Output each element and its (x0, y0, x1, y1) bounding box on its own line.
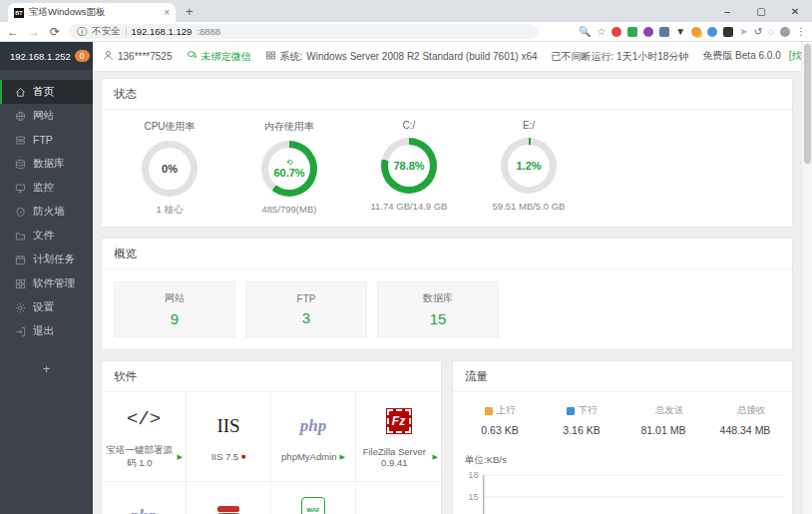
stat-websites[interactable]: 网站 9 (114, 281, 235, 337)
url-host: 192.168.1.129 (132, 26, 193, 37)
bookmark-star-icon[interactable]: ☆ (597, 27, 606, 37)
software-item[interactable]: Fz FileZilla Server 0.9.41▶ (356, 392, 441, 482)
windows-icon (265, 50, 276, 63)
message-count-badge[interactable]: 0 (75, 50, 90, 62)
extension-icon[interactable] (611, 27, 621, 37)
database-icon (15, 159, 26, 170)
window-close-button[interactable]: ✕ (778, 0, 812, 22)
chart-unit-label: 单位:KB/s (465, 454, 792, 467)
php-icon: php (131, 501, 157, 514)
disk-e-gauge: E:/ 1.2% 59.51 MB/5.0 GB (469, 120, 589, 217)
download-swatch (567, 407, 575, 415)
wechat-bind-link[interactable]: 未绑定微信 (187, 50, 251, 64)
extension-icon[interactable] (643, 27, 653, 37)
extension-icon[interactable] (707, 27, 717, 37)
share-icon[interactable]: ➤ (739, 27, 747, 37)
system-info: 系统: Windows Server 2008 R2 Standard (bui… (265, 50, 538, 64)
svg-text:15: 15 (468, 492, 478, 502)
sidebar: 192.168.1.252 0 首页 网站 FTP 数据库 监控 (0, 42, 93, 514)
overview-card: 概览 网站 9 FTP 3 数据库 15 (101, 238, 793, 350)
disk-e-gauge-ring: 1.2% (501, 138, 557, 194)
sidebar-item-monitor[interactable]: 监控 (0, 176, 93, 200)
uptime: 已不间断运行: 1天1小时18分钟 (552, 50, 689, 64)
extension-icon[interactable] (691, 27, 701, 37)
server-ip: 192.168.1.252 (10, 51, 71, 62)
php-icon: php (300, 411, 326, 441)
scrollbar-thumb[interactable] (804, 44, 811, 164)
favicon: BT (14, 8, 24, 18)
version-label: 免费版 Beta 6.0.0 (702, 49, 780, 63)
traffic-title: 流量 (453, 361, 792, 392)
extension-icon[interactable] (723, 27, 733, 37)
status-badge: ▶ (433, 453, 438, 461)
browser-tab[interactable]: BT 宝塔Windows面板 × (8, 3, 176, 22)
legend-download: 下行 3.16 KB (541, 404, 622, 436)
software-card: 软件 </> 宝塔一键部署源码 1.0▶ IIS IIS 7.5■ php ph (101, 360, 442, 514)
window-minimize-button[interactable]: – (710, 0, 744, 22)
home-icon (15, 87, 26, 98)
back-icon[interactable]: ← (6, 25, 20, 39)
profile-avatar[interactable] (780, 27, 790, 37)
logout-icon (15, 326, 26, 337)
software-title: 软件 (102, 361, 441, 392)
new-tab-button[interactable]: + (186, 4, 194, 22)
page-scrollbar[interactable] (801, 42, 812, 514)
software-item[interactable]: php phpMyAdmin▶ (271, 392, 356, 482)
tab-title: 宝塔Windows面板 (29, 6, 159, 19)
sidebar-item-logout[interactable]: 退出 (0, 319, 93, 343)
sidebar-item-ftp[interactable]: FTP (0, 128, 93, 152)
filter-extension-icon[interactable]: ▼ (675, 27, 685, 37)
release-memory-icon[interactable]: ⟲ (286, 159, 293, 167)
traffic-chart: 181512963 (453, 467, 792, 514)
sidebar-item-website[interactable]: 网站 (0, 104, 93, 128)
software-item[interactable]: IIS IIS 7.5■ (187, 392, 271, 482)
forward-icon[interactable]: → (27, 25, 41, 39)
sidebar-item-firewall[interactable]: 防火墙 (0, 200, 93, 224)
shield-icon (15, 207, 26, 218)
stat-databases[interactable]: 数据库 15 (377, 281, 499, 337)
sidebar-item-home[interactable]: 首页 (0, 80, 93, 104)
zoom-icon[interactable]: 🔍 (579, 27, 591, 37)
sidebar-item-cron[interactable]: 计划任务 (0, 248, 93, 271)
sidebar-item-software[interactable]: 软件管理 (0, 271, 93, 295)
stat-ftp[interactable]: FTP 3 (245, 281, 367, 337)
sidebar-item-database[interactable]: 数据库 (0, 152, 93, 176)
svg-text:18: 18 (468, 470, 478, 480)
browser-toolbar: ← → ⟳ ⓘ 不安全 192.168.1.129 :8888 🔍 ☆ ▼ ➤ … (0, 22, 812, 42)
server-icon (15, 135, 26, 146)
redis-icon (217, 501, 239, 514)
upload-swatch (485, 407, 493, 415)
url-bar[interactable]: ⓘ 不安全 192.168.1.129 :8888 (69, 24, 538, 39)
software-item[interactable]: redis 1.0▶ (187, 482, 271, 514)
extension-icon[interactable]: ◌ (768, 27, 774, 37)
memory-gauge-ring: ⟲ 60.7% (261, 141, 317, 197)
monitor-icon (15, 183, 26, 194)
server-selector[interactable]: 192.168.1.252 0 (0, 42, 93, 70)
browser-tab-strip: BT 宝塔Windows面板 × + – ▢ ✕ (0, 0, 812, 22)
security-label: 不安全 (92, 25, 121, 38)
tab-close-icon[interactable]: × (164, 8, 170, 18)
sidebar-item-settings[interactable]: 设置 (0, 295, 93, 319)
software-item[interactable]: php PHP-5.2▶ (102, 482, 187, 514)
cpu-gauge: CPU使用率 0% 1 核心 (110, 120, 229, 217)
sidebar-item-files[interactable]: 文件 (0, 224, 93, 248)
software-empty-cell (356, 482, 441, 514)
status-badge: ▶ (178, 453, 183, 461)
code-icon: </> (127, 404, 161, 434)
browser-menu-icon[interactable]: ⋮ (796, 27, 806, 37)
software-item[interactable]: WAF 宝塔IIS防火墙 1.0▶ (271, 482, 356, 514)
extension-icon[interactable] (659, 27, 669, 37)
overview-title: 概览 (102, 239, 792, 269)
software-item[interactable]: </> 宝塔一键部署源码 1.0▶ (102, 392, 187, 482)
reload-icon[interactable]: ⟳ (48, 25, 62, 39)
sidebar-add-button[interactable]: + (0, 361, 93, 376)
status-title: 状态 (102, 79, 792, 110)
window-maximize-button[interactable]: ▢ (744, 0, 778, 22)
waf-shield-icon: WAF (301, 495, 325, 514)
extension-icon[interactable] (627, 27, 637, 37)
calendar-icon (15, 255, 26, 265)
user-account[interactable]: 136****7525 (103, 50, 173, 63)
status-badge: ■ (241, 453, 245, 460)
history-icon[interactable]: ↺ (754, 27, 762, 37)
gear-icon (15, 302, 26, 313)
